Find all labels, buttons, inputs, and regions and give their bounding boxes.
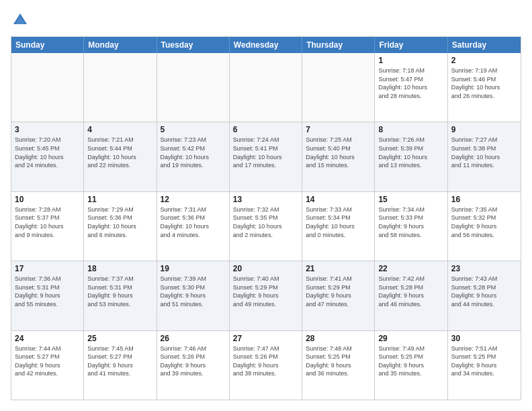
calendar-cell: 12Sunrise: 7:31 AM Sunset: 5:36 PM Dayli… [157, 192, 230, 261]
day-info: Sunrise: 7:33 AM Sunset: 5:34 PM Dayligh… [306, 205, 371, 239]
day-info: Sunrise: 7:44 AM Sunset: 5:27 PM Dayligh… [15, 345, 80, 378]
calendar-cell: 25Sunrise: 7:45 AM Sunset: 5:27 PM Dayli… [84, 331, 157, 400]
day-number: 18 [87, 264, 152, 273]
weekday-header: Tuesday [157, 37, 230, 53]
day-info: Sunrise: 7:37 AM Sunset: 5:31 PM Dayligh… [87, 275, 152, 308]
day-number: 16 [451, 195, 517, 204]
calendar-cell [84, 53, 157, 122]
day-info: Sunrise: 7:20 AM Sunset: 5:45 PM Dayligh… [15, 136, 80, 169]
calendar-cell: 4Sunrise: 7:21 AM Sunset: 5:44 PM Daylig… [84, 122, 157, 191]
weekday-header: Saturday [448, 37, 521, 53]
calendar-cell: 20Sunrise: 7:40 AM Sunset: 5:29 PM Dayli… [230, 261, 302, 330]
day-number: 3 [15, 125, 80, 134]
day-number: 11 [87, 195, 152, 204]
calendar-cell: 22Sunrise: 7:42 AM Sunset: 5:28 PM Dayli… [375, 261, 447, 330]
day-number: 23 [451, 264, 517, 273]
day-number: 14 [306, 195, 371, 204]
day-number: 7 [306, 125, 371, 134]
calendar-cell: 23Sunrise: 7:43 AM Sunset: 5:28 PM Dayli… [448, 261, 521, 330]
day-number: 9 [451, 125, 517, 134]
calendar-cell: 21Sunrise: 7:41 AM Sunset: 5:29 PM Dayli… [302, 261, 375, 330]
day-number: 21 [306, 264, 371, 273]
header [11, 11, 521, 30]
calendar-row: 17Sunrise: 7:36 AM Sunset: 5:31 PM Dayli… [11, 261, 521, 330]
calendar-row: 1Sunrise: 7:18 AM Sunset: 5:47 PM Daylig… [11, 53, 521, 122]
calendar-row: 3Sunrise: 7:20 AM Sunset: 5:45 PM Daylig… [11, 122, 521, 191]
weekday-header: Friday [375, 37, 447, 53]
calendar-cell [230, 53, 302, 122]
calendar-cell: 29Sunrise: 7:49 AM Sunset: 5:25 PM Dayli… [375, 331, 447, 400]
day-info: Sunrise: 7:28 AM Sunset: 5:37 PM Dayligh… [15, 205, 80, 239]
day-number: 2 [451, 56, 517, 65]
day-info: Sunrise: 7:45 AM Sunset: 5:27 PM Dayligh… [87, 345, 152, 378]
page: SundayMondayTuesdayWednesdayThursdayFrid… [0, 0, 532, 411]
day-info: Sunrise: 7:32 AM Sunset: 5:35 PM Dayligh… [233, 205, 298, 239]
calendar-cell: 13Sunrise: 7:32 AM Sunset: 5:35 PM Dayli… [230, 192, 302, 261]
day-info: Sunrise: 7:27 AM Sunset: 5:38 PM Dayligh… [451, 136, 517, 169]
weekday-header: Monday [84, 37, 157, 53]
day-number: 19 [161, 264, 226, 273]
calendar-cell: 11Sunrise: 7:29 AM Sunset: 5:36 PM Dayli… [84, 192, 157, 261]
day-number: 13 [233, 195, 298, 204]
day-info: Sunrise: 7:40 AM Sunset: 5:29 PM Dayligh… [233, 275, 298, 308]
day-number: 5 [161, 125, 226, 134]
calendar-cell: 18Sunrise: 7:37 AM Sunset: 5:31 PM Dayli… [84, 261, 157, 330]
calendar-body: 1Sunrise: 7:18 AM Sunset: 5:47 PM Daylig… [11, 53, 521, 400]
day-info: Sunrise: 7:41 AM Sunset: 5:29 PM Dayligh… [306, 275, 371, 308]
weekday-header: Wednesday [230, 37, 302, 53]
day-number: 26 [161, 334, 226, 343]
day-info: Sunrise: 7:51 AM Sunset: 5:25 PM Dayligh… [451, 345, 517, 378]
day-number: 12 [161, 195, 226, 204]
day-number: 1 [378, 56, 443, 65]
day-number: 27 [233, 334, 298, 343]
calendar-cell: 9Sunrise: 7:27 AM Sunset: 5:38 PM Daylig… [448, 122, 521, 191]
day-info: Sunrise: 7:34 AM Sunset: 5:33 PM Dayligh… [378, 205, 443, 239]
day-info: Sunrise: 7:43 AM Sunset: 5:28 PM Dayligh… [451, 275, 517, 308]
day-info: Sunrise: 7:46 AM Sunset: 5:26 PM Dayligh… [161, 345, 226, 378]
day-number: 30 [451, 334, 517, 343]
calendar-cell [11, 53, 84, 122]
calendar-cell: 10Sunrise: 7:28 AM Sunset: 5:37 PM Dayli… [11, 192, 84, 261]
day-number: 15 [378, 195, 443, 204]
day-info: Sunrise: 7:29 AM Sunset: 5:36 PM Dayligh… [87, 205, 152, 239]
calendar-cell: 1Sunrise: 7:18 AM Sunset: 5:47 PM Daylig… [375, 53, 447, 122]
calendar-cell: 15Sunrise: 7:34 AM Sunset: 5:33 PM Dayli… [375, 192, 447, 261]
day-number: 24 [15, 334, 80, 343]
calendar-cell: 17Sunrise: 7:36 AM Sunset: 5:31 PM Dayli… [11, 261, 84, 330]
calendar-cell: 6Sunrise: 7:24 AM Sunset: 5:41 PM Daylig… [230, 122, 302, 191]
day-number: 4 [87, 125, 152, 134]
calendar-cell [157, 53, 230, 122]
calendar-cell: 3Sunrise: 7:20 AM Sunset: 5:45 PM Daylig… [11, 122, 84, 191]
day-info: Sunrise: 7:23 AM Sunset: 5:42 PM Dayligh… [161, 136, 226, 169]
calendar-cell: 30Sunrise: 7:51 AM Sunset: 5:25 PM Dayli… [448, 331, 521, 400]
day-number: 10 [15, 195, 80, 204]
weekday-header: Thursday [302, 37, 375, 53]
day-number: 6 [233, 125, 298, 134]
calendar-cell: 2Sunrise: 7:19 AM Sunset: 5:46 PM Daylig… [448, 53, 521, 122]
calendar-cell: 8Sunrise: 7:26 AM Sunset: 5:39 PM Daylig… [375, 122, 447, 191]
day-info: Sunrise: 7:36 AM Sunset: 5:31 PM Dayligh… [15, 275, 80, 308]
day-info: Sunrise: 7:39 AM Sunset: 5:30 PM Dayligh… [161, 275, 226, 308]
logo [11, 11, 32, 30]
day-number: 25 [87, 334, 152, 343]
day-number: 8 [378, 125, 443, 134]
calendar-cell: 26Sunrise: 7:46 AM Sunset: 5:26 PM Dayli… [157, 331, 230, 400]
day-info: Sunrise: 7:49 AM Sunset: 5:25 PM Dayligh… [378, 345, 443, 378]
day-info: Sunrise: 7:25 AM Sunset: 5:40 PM Dayligh… [306, 136, 371, 169]
calendar-cell: 27Sunrise: 7:47 AM Sunset: 5:26 PM Dayli… [230, 331, 302, 400]
day-number: 17 [15, 264, 80, 273]
logo-icon [11, 11, 30, 30]
day-info: Sunrise: 7:31 AM Sunset: 5:36 PM Dayligh… [161, 205, 226, 239]
calendar-cell: 5Sunrise: 7:23 AM Sunset: 5:42 PM Daylig… [157, 122, 230, 191]
day-number: 29 [378, 334, 443, 343]
calendar-cell: 19Sunrise: 7:39 AM Sunset: 5:30 PM Dayli… [157, 261, 230, 330]
day-info: Sunrise: 7:47 AM Sunset: 5:26 PM Dayligh… [233, 345, 298, 378]
calendar-row: 10Sunrise: 7:28 AM Sunset: 5:37 PM Dayli… [11, 191, 521, 261]
calendar-cell: 7Sunrise: 7:25 AM Sunset: 5:40 PM Daylig… [302, 122, 375, 191]
day-info: Sunrise: 7:48 AM Sunset: 5:25 PM Dayligh… [306, 345, 371, 378]
calendar-cell: 14Sunrise: 7:33 AM Sunset: 5:34 PM Dayli… [302, 192, 375, 261]
day-info: Sunrise: 7:24 AM Sunset: 5:41 PM Dayligh… [233, 136, 298, 169]
calendar-cell: 16Sunrise: 7:35 AM Sunset: 5:32 PM Dayli… [448, 192, 521, 261]
day-info: Sunrise: 7:18 AM Sunset: 5:47 PM Dayligh… [378, 66, 443, 100]
calendar-cell: 24Sunrise: 7:44 AM Sunset: 5:27 PM Dayli… [11, 331, 84, 400]
